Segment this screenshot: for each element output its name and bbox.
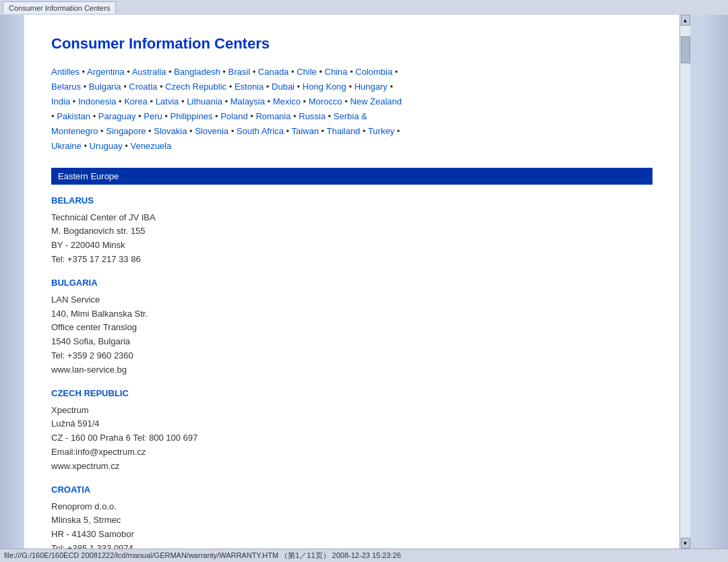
link-estonia[interactable]: Estonia xyxy=(235,82,264,92)
link-taiwan[interactable]: Taiwan xyxy=(291,126,318,136)
link-bangladesh[interactable]: Bangladesh xyxy=(174,67,220,77)
link-thailand[interactable]: Thailand xyxy=(326,126,360,136)
link-peru[interactable]: Peru xyxy=(144,111,162,121)
right-sidebar-outer xyxy=(704,15,728,549)
country-title-belarus: BELARUS xyxy=(51,195,653,206)
link-mexico[interactable]: Mexico xyxy=(273,96,301,106)
status-bar: file:///G:/160E/160ECD 20081222/lcd/manu… xyxy=(0,549,728,562)
page-title: Consumer Information Centers xyxy=(51,35,653,53)
link-indonesia[interactable]: Indonesia xyxy=(78,96,116,106)
left-sidebar xyxy=(0,15,24,549)
link-argentina[interactable]: Argentina xyxy=(87,67,125,77)
link-dubai[interactable]: Dubai xyxy=(272,82,295,92)
link-paraguay[interactable]: Paraguay xyxy=(98,111,136,121)
link-hong-kong[interactable]: Hong Kong xyxy=(303,82,346,92)
link-romania[interactable]: Romania xyxy=(255,111,291,121)
status-text: file:///G:/160E/160ECD 20081222/lcd/manu… xyxy=(4,551,401,561)
link-belarus[interactable]: Belarus xyxy=(51,82,81,92)
link-ukraine[interactable]: Ukraine xyxy=(51,141,82,151)
country-info-croatia: Renoprom d.o.o. Mlinska 5, Strmec HR - 4… xyxy=(51,500,653,549)
link-australia[interactable]: Australia xyxy=(132,67,166,77)
scroll-down-arrow[interactable]: ▼ xyxy=(681,538,690,549)
link-morocco[interactable]: Morocco xyxy=(309,96,342,106)
link-malaysia[interactable]: Malaysia xyxy=(231,96,265,106)
link-colombia[interactable]: Colombia xyxy=(355,67,392,77)
link-hungary[interactable]: Hungary xyxy=(355,82,388,92)
link-korea[interactable]: Korea xyxy=(124,96,148,106)
browser-tab[interactable]: Consumer Information Centers xyxy=(3,1,116,13)
link-philippines[interactable]: Philippines xyxy=(171,111,213,121)
link-poland[interactable]: Poland xyxy=(220,111,247,121)
tab-label: Consumer Information Centers xyxy=(9,4,110,12)
link-croatia[interactable]: Croatia xyxy=(129,82,157,92)
country-info-bulgaria: LAN Service 140, Mimi Balkanska Str. Off… xyxy=(51,293,653,377)
tab-bar: Consumer Information Centers xyxy=(0,0,728,15)
link-turkey[interactable]: Turkey xyxy=(368,126,394,136)
link-pakistan[interactable]: Pakistan xyxy=(57,111,90,121)
link-new-zealand[interactable]: New Zealand xyxy=(350,96,402,106)
link-venezuela[interactable]: Venezuela xyxy=(131,141,172,151)
link-india[interactable]: India xyxy=(51,96,70,106)
link-south-africa[interactable]: South Africa xyxy=(237,126,284,136)
country-title-bulgaria: BULGARIA xyxy=(51,278,653,288)
browser-window: Consumer Information Centers Consumer In… xyxy=(0,0,728,562)
main-layout: Consumer Information Centers Antilles • … xyxy=(0,15,728,549)
link-singapore[interactable]: Singapore xyxy=(106,126,146,136)
link-lithuania[interactable]: Lithuania xyxy=(187,96,222,106)
section-header: Eastern Europe xyxy=(51,168,653,185)
scroll-up-arrow[interactable]: ▲ xyxy=(681,15,690,26)
link-antilles[interactable]: Antilles xyxy=(51,67,80,77)
link-china[interactable]: China xyxy=(325,67,348,77)
link-russia[interactable]: Russia xyxy=(299,111,326,121)
link-slovakia[interactable]: Slovakia xyxy=(154,126,187,136)
link-canada[interactable]: Canada xyxy=(258,67,289,77)
scrollbar-thumb[interactable] xyxy=(681,36,690,63)
scrollbar[interactable]: ▲ ▼ xyxy=(679,15,690,549)
right-sidebar-inner xyxy=(690,15,704,549)
link-latvia[interactable]: Latvia xyxy=(156,96,179,106)
country-info-czech: Xpectrum Lužná 591/4 CZ - 160 00 Praha 6… xyxy=(51,404,653,474)
link-chile[interactable]: Chile xyxy=(297,67,317,77)
link-uruguay[interactable]: Uruguay xyxy=(90,141,123,151)
country-title-czech: CZECH REPUBLIC xyxy=(51,388,653,398)
links-section: Antilles • Argentina • Australia • Bangl… xyxy=(51,65,653,154)
country-info-belarus: Technical Center of JV IBA M. Bogdanovic… xyxy=(51,211,653,267)
link-slovenia[interactable]: Slovenia xyxy=(195,126,229,136)
country-title-croatia: CROATIA xyxy=(51,485,653,495)
link-czech-republic[interactable]: Czech Republic xyxy=(165,82,226,92)
link-bulgaria[interactable]: Bulgaria xyxy=(89,82,121,92)
link-brasil[interactable]: Brasil xyxy=(229,67,251,77)
content-area[interactable]: Consumer Information Centers Antilles • … xyxy=(24,15,679,549)
